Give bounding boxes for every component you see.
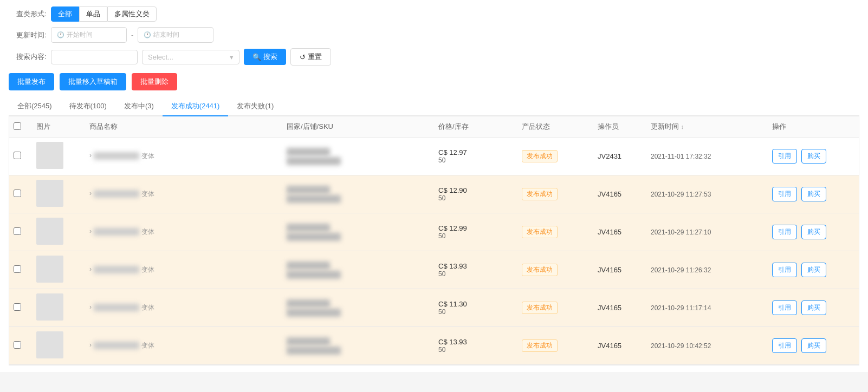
row-checkbox-5[interactable] — [14, 341, 21, 349]
select-all-checkbox[interactable] — [14, 122, 21, 130]
category-filter-label: 查类形式: — [9, 9, 47, 19]
operator-5: JV4165 — [598, 342, 621, 350]
operator-3: JV4165 — [598, 266, 621, 274]
refer-button-3[interactable]: 引用 — [772, 263, 797, 277]
batch-publish-button[interactable]: 批量发布 — [9, 73, 54, 90]
expand-icon-4[interactable]: › — [89, 303, 92, 311]
search-button[interactable]: 🔍 搜索 — [244, 49, 286, 65]
product-name-2[interactable]: ━━━━━━━━━━━━ — [94, 228, 139, 236]
status-badge-4: 发布成功 — [522, 302, 558, 314]
product-image-2 — [36, 218, 63, 245]
sku-line1-5: ━━━━━━━━ — [287, 337, 330, 345]
update-time-1: 2021-10-29 11:27:53 — [651, 191, 711, 198]
table-row: › ━━━━━━━━━━━━ 变体 ━━━━━━━━ ━━━━━━━━━━ C$… — [9, 327, 859, 365]
product-image-4 — [36, 293, 63, 321]
tab-0[interactable]: 全部(2545) — [9, 97, 61, 116]
refer-button-0[interactable]: 引用 — [772, 149, 797, 164]
price-0: C$ 12.97 — [438, 148, 513, 156]
category-btn-multi[interactable]: 多属性义类 — [107, 6, 157, 22]
product-image-3 — [36, 256, 63, 283]
expand-icon-1[interactable]: › — [89, 190, 92, 197]
tab-3[interactable]: 发布成功(2441) — [163, 97, 229, 116]
expand-icon-3[interactable]: › — [89, 265, 92, 273]
operator-2: JV4165 — [598, 228, 621, 236]
row-checkbox-4[interactable] — [14, 303, 21, 311]
price-2: C$ 12.99 — [438, 224, 513, 232]
table-row: › ━━━━━━━━━━━━ 变体 ━━━━━━━━ ━━━━━━━━━━ C$… — [9, 251, 859, 289]
refer-button-2[interactable]: 引用 — [772, 225, 797, 239]
sku-line1-2: ━━━━━━━━ — [287, 224, 330, 232]
buy-button-3[interactable]: 购买 — [801, 263, 826, 277]
sku-line1-3: ━━━━━━━━ — [287, 262, 330, 270]
operator-0: JV2431 — [598, 152, 621, 160]
select-placeholder: Select... — [148, 53, 173, 61]
row-checkbox-1[interactable] — [14, 190, 21, 197]
search-icon: 🔍 — [252, 53, 261, 61]
action-bar: 批量发布 批量移入草稿箱 批量删除 — [9, 71, 859, 90]
buy-button-1[interactable]: 购买 — [801, 187, 826, 201]
product-image-0 — [36, 142, 63, 169]
stock-0: 50 — [438, 156, 513, 164]
batch-delete-button[interactable]: 批量删除 — [132, 73, 177, 90]
expand-icon-0[interactable]: › — [89, 152, 92, 159]
category-btn-all[interactable]: 全部 — [51, 6, 79, 22]
buy-button-4[interactable]: 购买 — [801, 300, 826, 315]
expand-icon-5[interactable]: › — [89, 341, 92, 349]
expand-icon-2[interactable]: › — [89, 227, 92, 235]
refer-button-4[interactable]: 引用 — [772, 300, 797, 315]
update-time-0: 2021-11-01 17:32:32 — [651, 153, 711, 160]
product-name-1[interactable]: ━━━━━━━━━━━━ — [94, 190, 139, 198]
refer-button-5[interactable]: 引用 — [772, 338, 797, 353]
tab-2[interactable]: 发布中(3) — [115, 97, 163, 116]
product-image-1 — [36, 180, 63, 207]
reset-icon: ↺ — [300, 53, 306, 61]
product-name-3[interactable]: ━━━━━━━━━━━━ — [94, 266, 139, 273]
buy-button-5[interactable]: 购买 — [801, 338, 826, 353]
category-btn-single[interactable]: 单品 — [79, 6, 107, 22]
product-name-4[interactable]: ━━━━━━━━━━━━ — [94, 304, 139, 311]
price-5: C$ 13.93 — [438, 338, 513, 346]
tab-4[interactable]: 发布失败(1) — [228, 97, 282, 116]
end-time-input[interactable]: 🕐 结束时间 — [138, 27, 213, 43]
sku-line1-1: ━━━━━━━━ — [287, 186, 330, 194]
product-name-0[interactable]: ━━━━━━━━━━━━ — [94, 152, 139, 160]
stock-1: 50 — [438, 194, 513, 202]
sku-line2-4: ━━━━━━━━━━ — [287, 309, 341, 317]
search-input[interactable] — [51, 50, 138, 64]
status-badge-2: 发布成功 — [522, 226, 558, 238]
col-header-operator: 操作员 — [593, 116, 646, 138]
start-time-input[interactable]: 🕐 开始时间 — [51, 27, 127, 43]
time-filter-label: 更新时间: — [9, 30, 47, 40]
stock-5: 50 — [438, 346, 513, 354]
sku-line1-0: ━━━━━━━━ — [287, 148, 330, 156]
products-table: 图片 商品名称 国家/店铺/SKU 价格/库存 产品状态 操作员 更新时间 ↕ … — [9, 116, 859, 365]
product-name-5[interactable]: ━━━━━━━━━━━━ — [94, 342, 139, 349]
update-time-4: 2021-10-29 11:17:14 — [651, 304, 711, 312]
status-badge-5: 发布成功 — [522, 339, 558, 352]
clock-icon: 🕐 — [57, 31, 64, 38]
variant-label-1: 变体 — [141, 190, 154, 198]
status-badge-0: 发布成功 — [522, 150, 558, 162]
reset-button[interactable]: ↺ 重置 — [290, 48, 331, 66]
sku-line2-1: ━━━━━━━━━━ — [287, 195, 341, 203]
search-btn-label: 搜索 — [263, 52, 277, 62]
row-checkbox-3[interactable] — [14, 265, 21, 273]
update-time-3: 2021-10-29 11:26:32 — [651, 266, 711, 274]
col-header-sku: 国家/店铺/SKU — [282, 116, 434, 138]
status-badge-1: 发布成功 — [522, 188, 558, 200]
table-row: › ━━━━━━━━━━━━ 变体 ━━━━━━━━ ━━━━━━━━━━ C$… — [9, 138, 859, 175]
col-header-status: 产品状态 — [517, 116, 593, 138]
operator-1: JV4165 — [598, 190, 621, 198]
row-checkbox-2[interactable] — [14, 227, 21, 235]
select-dropdown[interactable]: Select... ▾ — [142, 50, 239, 64]
buy-button-0[interactable]: 购买 — [801, 149, 826, 164]
variant-label-2: 变体 — [141, 228, 154, 236]
col-header-name: 商品名称 — [85, 116, 282, 138]
batch-draft-button[interactable]: 批量移入草稿箱 — [60, 73, 126, 90]
clock-icon-end: 🕐 — [144, 31, 151, 38]
table-row: › ━━━━━━━━━━━━ 变体 ━━━━━━━━ ━━━━━━━━━━ C$… — [9, 289, 859, 327]
tab-1[interactable]: 待发布(100) — [61, 97, 115, 116]
refer-button-1[interactable]: 引用 — [772, 187, 797, 201]
buy-button-2[interactable]: 购买 — [801, 225, 826, 239]
row-checkbox-0[interactable] — [14, 152, 21, 159]
